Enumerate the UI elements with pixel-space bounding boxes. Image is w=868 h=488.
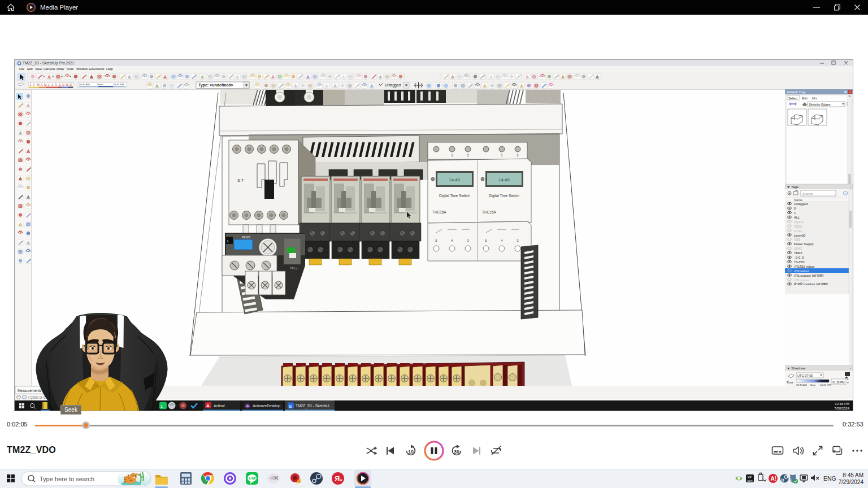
svg-text:06:40 AM: 06:40 AM	[79, 83, 90, 86]
svg-text:04:40 PM: 04:40 PM	[113, 83, 124, 86]
svg-text:_0-0_0: _0-0_0	[793, 256, 804, 259]
svg-text:กอฉั: กอฉั	[794, 238, 800, 241]
svg-text:Sketchy Edges: Sketchy Edges	[809, 103, 831, 106]
svg-text:8:45 AM: 8:45 AM	[843, 472, 863, 478]
svg-text:งานรอบ indoor: งานรอบ indoor	[794, 265, 815, 268]
svg-text:1: 1	[501, 154, 502, 157]
svg-text:7/28/2024: 7/28/2024	[834, 407, 849, 410]
svg-text:01:30 PM: 01:30 PM	[832, 381, 844, 384]
svg-text:TR1-s: TR1-s	[290, 267, 298, 270]
svg-text:A: A	[206, 403, 210, 408]
svg-text:-: -	[850, 367, 851, 370]
svg-text:1: 1	[794, 211, 796, 215]
svg-text:A: A	[41, 83, 43, 86]
svg-text:14:45: 14:45	[449, 177, 461, 182]
svg-text:7/29/2024: 7/29/2024	[839, 479, 864, 485]
svg-text:1: 1	[451, 154, 453, 157]
svg-text:TM2Z: TM2Z	[794, 251, 802, 255]
svg-text:D: D	[70, 83, 72, 86]
svg-text:J: J	[51, 83, 53, 86]
svg-text:ALL: ALL	[794, 216, 800, 219]
svg-text:THC15A: THC15A	[432, 210, 446, 214]
svg-text:FEED: FEED	[794, 225, 802, 228]
svg-text:N: N	[66, 83, 68, 86]
svg-text:S: S	[289, 404, 292, 409]
svg-text:12:16 PM: 12:16 PM	[835, 402, 849, 406]
svg-text:Noon: Noon	[97, 83, 103, 86]
svg-text:Action!: Action!	[214, 404, 225, 408]
svg-text:M: M	[37, 83, 40, 86]
svg-text:SD42: SD42	[794, 247, 802, 250]
svg-text:TM2Z_3D - SketchU...: TM2Z_3D - SketchU...	[296, 404, 332, 408]
svg-text:J: J	[30, 83, 32, 86]
svg-text:Default Tray: Default Tray	[787, 90, 806, 94]
svg-text:UTC-07:00: UTC-07:00	[797, 374, 813, 377]
svg-text:Type here to search: Type here to search	[40, 476, 94, 482]
svg-text:O: O	[62, 83, 65, 86]
svg-text:งาน indoor: งาน indoor	[794, 269, 809, 273]
svg-text:Untagged: Untagged	[794, 202, 808, 206]
svg-text:Tags: Tags	[791, 185, 798, 189]
svg-text:i: i	[24, 396, 24, 399]
svg-text:2: 2	[517, 154, 518, 157]
svg-text:14:45: 14:45	[498, 177, 510, 182]
svg-text:J: J	[48, 83, 50, 86]
svg-text:Power Supply: Power Supply	[794, 242, 814, 246]
svg-text:AQ132: AQ132	[794, 220, 804, 224]
svg-text:Time: Time	[787, 381, 793, 384]
svg-text:pen: pen	[748, 479, 753, 482]
svg-text:งาน indoor: งาน indoor	[794, 278, 809, 282]
svg-text:-: -	[850, 185, 851, 189]
svg-text:Search: Search	[802, 192, 813, 195]
svg-text:Untagged: Untagged	[385, 83, 401, 88]
svg-text:RESET: RESET	[242, 236, 250, 239]
svg-text:THC15A: THC15A	[482, 210, 496, 214]
svg-text:S: S	[59, 83, 61, 86]
svg-text:Layer00: Layer00	[794, 234, 805, 237]
svg-text:Shadows: Shadows	[791, 366, 805, 370]
svg-text:S-T: S-T	[237, 178, 244, 182]
svg-text:Digital Time Switch: Digital Time Switch	[489, 194, 519, 198]
svg-text:Digital Time Switch: Digital Time Switch	[439, 194, 470, 198]
svg-text:Select: Select	[788, 97, 798, 100]
svg-text:ENG: ENG	[823, 475, 836, 482]
svg-text:ฝาหน้า outdoor พลาสติก: ฝาหน้า outdoor พลาสติก	[794, 282, 828, 286]
svg-text:LINE: LINE	[249, 477, 257, 480]
svg-text:งาน outdoor พลาสติก: งาน outdoor พลาสติก	[794, 274, 823, 277]
svg-text:AnimazeDesktop: AnimazeDesktop	[253, 404, 281, 408]
svg-text:A!: A!	[771, 476, 777, 482]
svg-text:Я: Я	[335, 474, 340, 483]
svg-text:10: 10	[408, 449, 414, 455]
svg-text:HT42: HT42	[794, 229, 802, 233]
svg-text:Mix: Mix	[812, 97, 817, 100]
svg-text:2: 2	[467, 154, 468, 157]
svg-text:A: A	[55, 83, 57, 86]
svg-text:30: 30	[454, 449, 459, 455]
svg-text:0: 0	[794, 207, 796, 210]
svg-text:M: M	[44, 83, 47, 86]
svg-text:Name: Name	[794, 198, 802, 202]
svg-text:Edit: Edit	[802, 97, 808, 100]
svg-text:Type: <undefined>: Type: <undefined>	[198, 83, 233, 88]
svg-text:T3-ΓBC: T3-ΓBC	[794, 260, 805, 264]
